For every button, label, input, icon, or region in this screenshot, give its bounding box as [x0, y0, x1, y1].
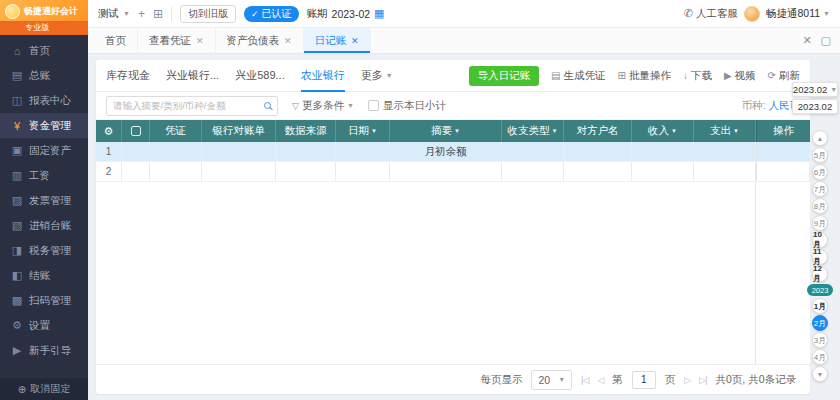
- close-icon[interactable]: ✕: [196, 36, 204, 46]
- filter-icon[interactable]: ▼: [454, 128, 460, 134]
- month-button-nov[interactable]: 11月: [812, 249, 828, 265]
- calendar-icon[interactable]: ▦: [374, 7, 384, 20]
- column-header-expense[interactable]: 支出▼: [694, 120, 756, 142]
- page-number-input[interactable]: [632, 371, 656, 389]
- search-input[interactable]: [113, 100, 260, 111]
- sidebar-item-closing[interactable]: ◧结账: [0, 263, 88, 288]
- sidebar-item-settings[interactable]: ⚙设置: [0, 313, 88, 338]
- video-button[interactable]: ▶视频: [724, 69, 756, 83]
- import-journal-button[interactable]: 导入日记账: [469, 66, 540, 86]
- prev-page-icon[interactable]: ◁: [597, 375, 603, 385]
- period-current[interactable]: 2023.02▼: [792, 82, 838, 97]
- month-button-apr[interactable]: 4月: [812, 349, 828, 365]
- sidebar: 畅捷通好会计 专业版 ⌂首页 ▤总账 ◫报表中心 ¥资金管理 ▣固定资产 ▥工资…: [0, 0, 88, 400]
- period-value: 2023-02: [332, 8, 371, 20]
- org-selector[interactable]: 测试▼: [98, 7, 130, 21]
- account-tab-cib-bank[interactable]: 兴业银行...: [166, 60, 219, 92]
- table-row[interactable]: 2: [96, 162, 810, 182]
- sidebar-item-fixed-assets[interactable]: ▣固定资产: [0, 138, 88, 163]
- month-button-sep[interactable]: 9月: [812, 215, 828, 231]
- account-tab-more[interactable]: 更多▼: [361, 60, 393, 92]
- unpin-button[interactable]: ⊕取消固定: [0, 378, 88, 400]
- month-button-mar[interactable]: 3月: [812, 332, 828, 348]
- sidebar-item-general-ledger[interactable]: ▤总账: [0, 63, 88, 88]
- column-header-counterparty[interactable]: 对方户名: [564, 120, 632, 142]
- sidebar-item-beginner-guide[interactable]: ▶新手引导: [0, 338, 88, 363]
- rail-scroll-down[interactable]: ▼: [812, 366, 828, 382]
- month-button-dec[interactable]: 12月: [812, 266, 828, 282]
- sidebar-item-invoice[interactable]: ▨发票管理: [0, 188, 88, 213]
- last-page-icon[interactable]: ▷|: [699, 375, 706, 385]
- column-header-income[interactable]: 收入▼: [632, 120, 694, 142]
- select-all-checkbox[interactable]: [131, 126, 141, 136]
- sidebar-item-scan[interactable]: ▩扫码管理: [0, 288, 88, 313]
- search-icon[interactable]: [264, 102, 271, 109]
- per-page-select[interactable]: 20▼: [531, 370, 572, 390]
- gear-icon[interactable]: ⚙: [104, 125, 114, 138]
- column-header-bank-statement[interactable]: 银行对账单: [202, 120, 276, 142]
- customer-service-button[interactable]: ✆人工客服: [684, 7, 738, 21]
- month-button-jan[interactable]: 1月: [812, 298, 828, 314]
- main-area: 测试▼ + ⊞ 切到旧版 ✓已认证 账期 2023-02 ▦ ✆人工客服 畅捷通…: [88, 0, 840, 400]
- close-icon[interactable]: ✕: [284, 36, 292, 46]
- chevron-up-icon: ▲: [817, 135, 824, 142]
- account-tab-cash[interactable]: 库存现金: [106, 60, 150, 92]
- close-icon[interactable]: ✕: [351, 36, 359, 46]
- column-header-voucher[interactable]: 凭证: [150, 120, 202, 142]
- tab-balance-sheet[interactable]: 资产负债表✕: [216, 28, 304, 53]
- tab-journal[interactable]: 日记账✕: [304, 28, 371, 53]
- batch-operation-button[interactable]: ⊞批量操作: [618, 69, 671, 83]
- column-header-data-source[interactable]: 数据来源: [276, 120, 336, 142]
- user-menu[interactable]: 畅捷通8011▼: [766, 7, 830, 21]
- download-button[interactable]: ↓下载: [683, 69, 712, 83]
- avatar[interactable]: [744, 6, 760, 22]
- show-daily-subtotal-checkbox[interactable]: 显示本日小计: [368, 99, 446, 113]
- sidebar-item-payroll[interactable]: ▥工资: [0, 163, 88, 188]
- fullscreen-icon[interactable]: ▢: [821, 34, 831, 47]
- filter-icon[interactable]: ▼: [733, 128, 739, 134]
- rail-scroll-up[interactable]: ▲: [812, 130, 828, 146]
- account-tab-abc-bank[interactable]: 农业银行: [301, 60, 345, 92]
- apps-grid-icon[interactable]: ⊞: [153, 7, 163, 21]
- month-button-oct[interactable]: 10月: [812, 232, 828, 248]
- closing-icon: ◧: [11, 269, 23, 282]
- switch-old-version-button[interactable]: 切到旧版: [180, 5, 236, 23]
- sidebar-item-fund-management[interactable]: ¥资金管理: [0, 113, 88, 138]
- month-button-may[interactable]: 5月: [812, 147, 828, 163]
- chevron-down-icon: ▼: [823, 10, 830, 17]
- report-icon: ◫: [11, 94, 23, 107]
- more-conditions-button[interactable]: ▽更多条件▼: [292, 99, 354, 113]
- column-header-actions[interactable]: 操作: [756, 120, 810, 142]
- voucher-icon: ▤: [551, 70, 560, 81]
- select-all-cell: [122, 120, 150, 142]
- add-icon[interactable]: +: [138, 7, 145, 21]
- first-page-icon[interactable]: |◁: [581, 375, 588, 385]
- chevron-down-icon: ▼: [558, 376, 565, 383]
- table-row[interactable]: 1 月初余额: [96, 142, 810, 162]
- month-button-jul[interactable]: 7月: [812, 181, 828, 197]
- certified-badge[interactable]: ✓已认证: [244, 6, 299, 22]
- column-header-date[interactable]: 日期▼: [336, 120, 390, 142]
- account-tab-cib-589[interactable]: 兴业589...: [235, 60, 285, 92]
- month-button-aug[interactable]: 8月: [812, 198, 828, 214]
- generate-voucher-button[interactable]: ▤生成凭证: [551, 69, 605, 83]
- next-page-icon[interactable]: ▷: [684, 375, 690, 385]
- filter-icon[interactable]: ▼: [371, 128, 377, 134]
- sidebar-item-home[interactable]: ⌂首页: [0, 38, 88, 63]
- month-button-feb[interactable]: 2月: [812, 315, 828, 331]
- sidebar-item-report-center[interactable]: ◫报表中心: [0, 88, 88, 113]
- filter-icon[interactable]: ▼: [552, 128, 558, 134]
- filter-icon[interactable]: ▼: [671, 128, 677, 134]
- brand-edition: 专业版: [0, 21, 88, 35]
- close-all-tabs-icon[interactable]: ✕: [802, 34, 811, 47]
- column-header-summary[interactable]: 摘要▼: [390, 120, 502, 142]
- month-button-jun[interactable]: 6月: [812, 164, 828, 180]
- column-header-income-expense-type[interactable]: 收支类型▼: [502, 120, 564, 142]
- sidebar-item-tax[interactable]: ◨税务管理: [0, 238, 88, 263]
- tab-view-voucher[interactable]: 查看凭证✕: [138, 28, 216, 53]
- tab-home[interactable]: 首页: [94, 28, 138, 53]
- app-window: 畅捷通好会计 专业版 ⌂首页 ▤总账 ◫报表中心 ¥资金管理 ▣固定资产 ▥工资…: [0, 0, 840, 400]
- period-option[interactable]: 2023.02: [792, 99, 838, 114]
- refresh-button[interactable]: ⟳刷新: [768, 69, 800, 83]
- sidebar-item-purchase-sales[interactable]: ▧进销台账: [0, 213, 88, 238]
